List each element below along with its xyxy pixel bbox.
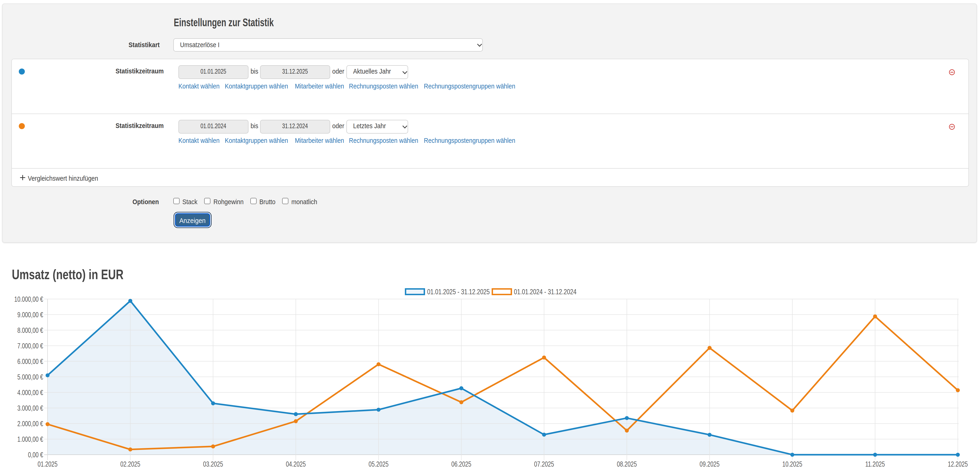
svg-text:0,00 €: 0,00 € — [28, 450, 43, 459]
svg-text:09.2025: 09.2025 — [700, 460, 719, 468]
svg-text:6.000,00 €: 6.000,00 € — [18, 357, 43, 366]
svg-text:12.2025: 12.2025 — [948, 460, 968, 468]
svg-text:08.2025: 08.2025 — [617, 460, 637, 468]
svg-text:10.000,00 €: 10.000,00 € — [14, 295, 43, 303]
svg-text:03.2025: 03.2025 — [203, 460, 223, 468]
svg-text:2.000,00 €: 2.000,00 € — [18, 420, 43, 428]
svg-text:9.000,00 €: 9.000,00 € — [18, 311, 43, 319]
svg-text:01.01.2025 - 31.12.2025: 01.01.2025 - 31.12.2025 — [427, 287, 490, 296]
svg-text:07.2025: 07.2025 — [534, 460, 554, 468]
svg-text:01.01.2024 - 31.12.2024: 01.01.2024 - 31.12.2024 — [514, 287, 576, 296]
svg-text:10.2025: 10.2025 — [782, 460, 802, 468]
svg-text:06.2025: 06.2025 — [451, 460, 471, 468]
svg-text:4.000,00 €: 4.000,00 € — [18, 388, 43, 397]
svg-text:11.2025: 11.2025 — [865, 460, 885, 468]
svg-text:1.000,00 €: 1.000,00 € — [18, 435, 43, 443]
svg-text:5.000,00 €: 5.000,00 € — [18, 373, 43, 381]
svg-text:01.2025: 01.2025 — [38, 460, 57, 468]
svg-text:7.000,00 €: 7.000,00 € — [18, 342, 43, 350]
svg-text:05.2025: 05.2025 — [369, 460, 388, 468]
svg-text:02.2025: 02.2025 — [121, 460, 140, 468]
svg-text:04.2025: 04.2025 — [286, 460, 306, 468]
svg-text:8.000,00 €: 8.000,00 € — [18, 326, 43, 334]
svg-text:3.000,00 €: 3.000,00 € — [18, 404, 43, 412]
